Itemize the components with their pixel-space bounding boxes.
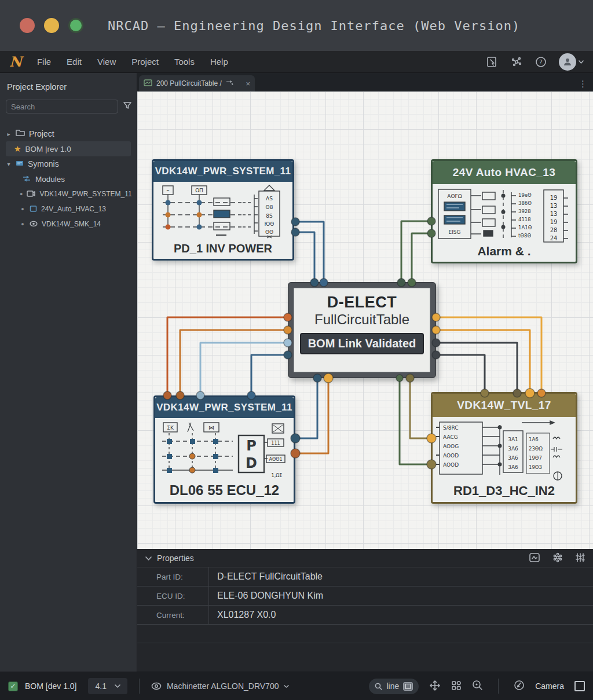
caret-right-icon[interactable]: ▸	[6, 131, 12, 137]
port[interactable]	[284, 339, 292, 347]
property-row-empty	[137, 643, 593, 661]
properties-panel: Properties Part ID: D-ELECT FullCircuitT…	[137, 549, 593, 672]
export-image-icon[interactable]	[529, 553, 540, 564]
bom-check-icon[interactable]: ✓	[8, 681, 18, 691]
tree-label: BOM |rev 1.0	[25, 145, 71, 153]
tab-fullcircuittable[interactable]: 200 PullCircuitTable / ×	[139, 75, 255, 91]
tabbar: 200 PullCircuitTable / × ⋮	[137, 73, 593, 91]
port[interactable]	[291, 449, 300, 458]
port[interactable]	[525, 389, 535, 398]
port[interactable]	[284, 351, 292, 359]
menu-view[interactable]: View	[97, 57, 116, 67]
maximize-window-button[interactable]	[68, 18, 83, 33]
property-row-part-id: Part ID: D-ELECT FullCircuitTable	[137, 567, 593, 586]
tree-label: VDK14W_PWR_SYSTEM_11	[39, 190, 131, 198]
grid-view-icon[interactable]	[451, 680, 462, 692]
camera-icon[interactable]	[514, 680, 525, 692]
port[interactable]	[310, 278, 319, 287]
tree-item-symonis[interactable]: ▾ Symonis	[6, 156, 131, 171]
eye-icon	[151, 682, 162, 690]
version-dropdown[interactable]: 4.1	[88, 678, 127, 694]
port[interactable]	[432, 326, 440, 334]
port[interactable]	[513, 389, 521, 397]
port[interactable]	[427, 460, 436, 469]
settings-network-icon[interactable]	[510, 56, 523, 68]
port[interactable]	[284, 313, 292, 321]
tree-label: Project	[29, 129, 54, 138]
tree-item-modules[interactable]: Modules	[6, 171, 131, 186]
zoom-tool-icon[interactable]	[472, 680, 483, 692]
app-logo: N	[9, 53, 22, 70]
menu-file[interactable]: File	[37, 57, 51, 67]
property-value[interactable]: ELE-06 DONGHYUN Kim	[208, 587, 593, 605]
collapse-chevron-icon[interactable]	[145, 556, 152, 560]
port[interactable]	[176, 391, 184, 400]
menu-project[interactable]: Project	[131, 57, 159, 67]
pan-tool-icon[interactable]	[429, 680, 441, 693]
port[interactable]	[427, 434, 436, 443]
port[interactable]	[320, 278, 328, 287]
port[interactable]	[397, 278, 405, 287]
tree-item-smk[interactable]: ● VDK14W_SMK_14	[6, 217, 131, 232]
avatar[interactable]	[559, 53, 576, 71]
chevron-down-icon	[115, 684, 120, 688]
shortcut-key-icon	[403, 682, 413, 691]
port[interactable]	[313, 374, 321, 382]
port[interactable]	[291, 218, 299, 226]
version-value: 4.1	[95, 681, 106, 691]
select-cursor-icon[interactable]	[486, 56, 499, 68]
schematic-canvas[interactable]: VDK14W_PWR_SYSTEM_11	[137, 91, 593, 549]
machine-selector[interactable]: Machinetter ALGLON_DRV700	[151, 681, 290, 691]
port[interactable]	[396, 375, 403, 382]
camera-checkbox[interactable]	[574, 681, 585, 691]
user-menu[interactable]	[559, 53, 584, 71]
property-value[interactable]: D-ELECT FullCircuitTable	[208, 567, 593, 586]
property-value[interactable]: XL01287 X0.0	[208, 606, 593, 624]
star-icon: ★	[14, 144, 21, 153]
sliders-icon[interactable]	[576, 553, 585, 564]
property-label: ECU ID:	[137, 592, 208, 600]
tree-item-hvac[interactable]: ● 24V_Auto_HVAC_13	[6, 201, 131, 217]
tab-close-icon[interactable]: ×	[246, 79, 250, 88]
bullet-icon: ●	[20, 191, 23, 197]
menu-edit[interactable]: Edit	[67, 57, 82, 67]
menu-tools[interactable]: Tools	[174, 57, 195, 67]
menu-help[interactable]: Help	[210, 57, 228, 67]
port[interactable]	[247, 391, 255, 400]
window-title: NRCAD — Engineering Design Interface (We…	[108, 19, 520, 33]
port[interactable]	[324, 373, 333, 383]
port[interactable]	[163, 391, 171, 400]
minimize-window-button[interactable]	[44, 18, 59, 33]
quick-search[interactable]: line	[369, 679, 419, 694]
tree-label: 24V_Auto_HVAC_13	[41, 205, 106, 213]
bullet-icon: ●	[20, 206, 25, 212]
port[interactable]	[432, 339, 440, 347]
help-icon[interactable]: ?	[535, 56, 547, 68]
gear-icon[interactable]	[552, 552, 563, 565]
port[interactable]	[196, 391, 204, 400]
close-window-button[interactable]	[20, 18, 35, 33]
port[interactable]	[481, 389, 489, 397]
port[interactable]	[427, 229, 435, 237]
project-tree: ▸ Project ★ BOM |rev 1.0 ▾ Symonis	[6, 126, 131, 232]
tree-item-bom[interactable]: ★ BOM |rev 1.0	[6, 141, 131, 156]
property-row-current: Current: XL01287 X0.0	[137, 605, 593, 624]
port[interactable]	[537, 389, 546, 397]
kebab-menu-icon[interactable]: ⋮	[579, 79, 587, 91]
port[interactable]	[432, 313, 440, 321]
port[interactable]	[284, 326, 292, 334]
port[interactable]	[291, 228, 299, 236]
port[interactable]	[432, 351, 440, 359]
port[interactable]	[406, 374, 414, 382]
filter-icon[interactable]	[123, 101, 132, 112]
bom-status-label: BOM [dev 1.0]	[25, 681, 76, 691]
tree-item-project[interactable]: ▸ Project	[6, 126, 131, 141]
menubar: N File Edit View Project Tools Help ?	[0, 51, 593, 73]
port[interactable]	[291, 434, 300, 443]
search-input[interactable]	[6, 100, 118, 113]
folder-icon	[16, 129, 25, 138]
caret-down-icon[interactable]: ▾	[6, 161, 12, 167]
tree-item-pwr-system[interactable]: ● VDK14W_PWR_SYSTEM_11	[6, 186, 131, 201]
port[interactable]	[427, 217, 435, 225]
port[interactable]	[408, 278, 416, 287]
